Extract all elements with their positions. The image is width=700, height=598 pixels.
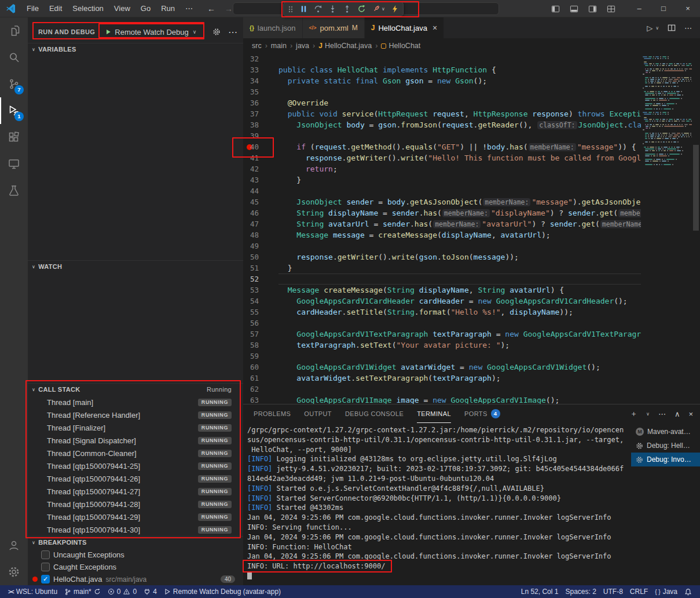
call-stack-thread-row[interactable]: Thread [Finalizer]RUNNING xyxy=(28,421,243,434)
gutter[interactable]: 44 xyxy=(243,185,278,196)
toggle-secondary-sidebar-icon[interactable] xyxy=(588,5,597,13)
gutter[interactable]: 58 xyxy=(243,340,278,351)
breadcrumb-item[interactable]: main xyxy=(271,42,287,50)
panel-tab-debug-console[interactable]: DEBUG CONSOLE xyxy=(345,404,404,423)
menu-item[interactable]: Run xyxy=(156,0,180,17)
disconnect-dropdown-icon[interactable]: ∨ xyxy=(382,6,385,12)
terminal-list-item[interactable]: Debug: Hell… xyxy=(631,439,700,453)
code-line[interactable]: 34 private static final Gson gson = new … xyxy=(243,75,641,86)
call-stack-thread-row[interactable]: Thread [Signal Dispatcher]RUNNING xyxy=(28,434,243,447)
code-line[interactable]: 55 cardHeader.setTitle(String.format("He… xyxy=(243,307,641,318)
code-line[interactable]: 56 xyxy=(243,318,641,329)
run-dropdown-icon[interactable]: ∨ xyxy=(655,25,659,31)
code-line[interactable]: 51 } xyxy=(243,262,641,274)
call-stack-thread-row[interactable]: Thread [qtp1500079441-27]RUNNING xyxy=(28,485,243,498)
hot-code-replace-button[interactable] xyxy=(391,5,399,13)
breakpoint-checkbox[interactable] xyxy=(41,550,50,559)
breadcrumb-item[interactable]: java xyxy=(296,42,309,50)
code-line[interactable]: 39 xyxy=(243,130,641,141)
start-debug-icon[interactable] xyxy=(105,28,112,35)
extensions-icon[interactable] xyxy=(0,124,28,151)
run-file-button[interactable]: ▷ xyxy=(647,24,653,32)
new-terminal-icon[interactable]: ＋ xyxy=(630,409,637,419)
remote-explorer-icon[interactable] xyxy=(0,151,28,177)
explorer-icon[interactable] xyxy=(0,17,28,44)
toggle-sidebar-icon[interactable] xyxy=(551,5,560,13)
code-line[interactable]: 36 @Override xyxy=(243,97,641,108)
cursor-position-item[interactable]: Ln 52, Col 1 xyxy=(518,585,562,598)
menu-item[interactable]: File xyxy=(21,0,44,17)
terminal-profile-dropdown-icon[interactable]: ∨ xyxy=(646,411,650,417)
maximize-button[interactable]: □ xyxy=(651,0,676,17)
panel-more-actions-icon[interactable]: ⋯ xyxy=(658,410,666,418)
menu-item[interactable]: Go xyxy=(135,0,156,17)
code-line[interactable]: 32 xyxy=(243,53,641,64)
gutter[interactable]: 48 xyxy=(243,229,278,240)
problems-item[interactable]: 0 0 xyxy=(104,585,140,598)
gutter[interactable]: 38 xyxy=(243,119,278,130)
panel-tab-output[interactable]: OUTPUT xyxy=(304,404,332,423)
code-line[interactable]: 42 return; xyxy=(243,163,641,174)
gutter[interactable]: 63 xyxy=(243,395,278,404)
code-line[interactable]: 53 Message createMessage(String displayN… xyxy=(243,285,641,296)
gutter[interactable]: 50 xyxy=(243,251,278,262)
call-stack-thread-row[interactable]: Thread [qtp1500079441-25]RUNNING xyxy=(28,460,243,472)
gutter[interactable]: 53 xyxy=(243,285,278,296)
call-stack-thread-row[interactable]: Thread [qtp1500079441-26]RUNNING xyxy=(28,472,243,485)
code-line[interactable]: 58 textParagraph.setText("Your avatar pi… xyxy=(243,340,641,351)
indentation-item[interactable]: Spaces: 2 xyxy=(562,585,599,598)
gutter[interactable]: 62 xyxy=(243,384,278,395)
search-icon[interactable] xyxy=(0,44,28,71)
breadcrumb-item[interactable]: src xyxy=(252,42,262,50)
gutter[interactable]: 36 xyxy=(243,97,278,108)
code-line[interactable]: 40 if (request.getMethod().equals("GET")… xyxy=(243,141,641,152)
scrollbar-thumb[interactable] xyxy=(693,145,699,231)
nav-forward-icon[interactable]: → xyxy=(225,4,233,13)
call-stack-thread-row[interactable]: Thread [qtp1500079441-28]RUNNING xyxy=(28,498,243,511)
code-line[interactable]: 62 xyxy=(243,384,641,395)
launch-config-dropdown[interactable]: Remote Watch Debug ∨ xyxy=(102,27,199,38)
tab-pom.xml[interactable]: </>pom.xmlM xyxy=(303,17,365,38)
gutter[interactable]: 45 xyxy=(243,196,278,207)
gutter[interactable]: 33 xyxy=(243,64,278,75)
close-window-button[interactable]: × xyxy=(676,0,700,17)
notifications-bell-item[interactable] xyxy=(681,585,695,598)
git-branch-item[interactable]: main* xyxy=(61,585,104,598)
step-into-button[interactable] xyxy=(328,5,337,13)
code-line[interactable]: 57 GoogleAppsCardV1TextParagraph textPar… xyxy=(243,329,641,340)
maximize-panel-icon[interactable]: ∧ xyxy=(675,410,680,418)
gutter[interactable]: 59 xyxy=(243,351,278,362)
breakpoints-section-header[interactable]: ∨ BREAKPOINTS xyxy=(28,536,243,549)
gutter[interactable]: 41 xyxy=(243,152,278,163)
panel-tab-ports[interactable]: PORTS4 xyxy=(464,404,500,423)
gutter[interactable]: 46 xyxy=(243,207,278,218)
breadcrumb-item[interactable]: JHelloChat.java xyxy=(318,42,372,50)
tab-HelloChat.java[interactable]: JHelloChat.java× xyxy=(365,17,444,38)
code-editor[interactable]: 3233public class HelloChat implements Ht… xyxy=(243,53,700,404)
breakpoint-row[interactable]: Uncaught Exceptions xyxy=(28,549,243,561)
watch-section-header[interactable]: ∨ WATCH xyxy=(28,260,243,273)
debug-settings-gear-icon[interactable] xyxy=(212,28,221,36)
menu-item[interactable]: Selection xyxy=(67,0,108,17)
code-line[interactable]: 35 xyxy=(243,86,641,97)
close-icon[interactable]: × xyxy=(433,23,437,32)
gutter[interactable]: 54 xyxy=(243,296,278,307)
call-stack-thread-row[interactable]: Thread [Reference Handler]RUNNING xyxy=(28,409,243,421)
language-mode-item[interactable]: { } Java xyxy=(651,585,681,598)
code-line[interactable]: 61 avatarWidget.setTextParagraph(textPar… xyxy=(243,373,641,384)
remote-indicator[interactable]: >< WSL: Ubuntu xyxy=(5,585,61,598)
gutter[interactable]: 52 xyxy=(243,274,278,285)
code-line[interactable]: 50 response.getWriter().write(gson.toJso… xyxy=(243,251,641,262)
view-more-actions-icon[interactable]: ⋯ xyxy=(228,27,237,38)
code-line[interactable]: 45 JsonObject sender = body.getAsJsonObj… xyxy=(243,196,641,207)
call-stack-thread-row[interactable]: Thread [qtp1500079441-29]RUNNING xyxy=(28,511,243,523)
tab-launch.json[interactable]: {}launch.json xyxy=(243,17,303,38)
code-line[interactable]: 44 xyxy=(243,185,641,196)
gutter[interactable]: 39 xyxy=(243,130,278,141)
call-stack-thread-row[interactable]: Thread [qtp1500079441-30]RUNNING xyxy=(28,523,243,536)
gutter[interactable]: 43 xyxy=(243,174,278,185)
breakpoint-checkbox[interactable]: ✓ xyxy=(41,575,50,584)
code-line[interactable]: 59 xyxy=(243,351,641,362)
panel-tab-terminal[interactable]: TERMINAL xyxy=(417,404,451,423)
source-control-icon[interactable]: 7 xyxy=(0,71,28,97)
